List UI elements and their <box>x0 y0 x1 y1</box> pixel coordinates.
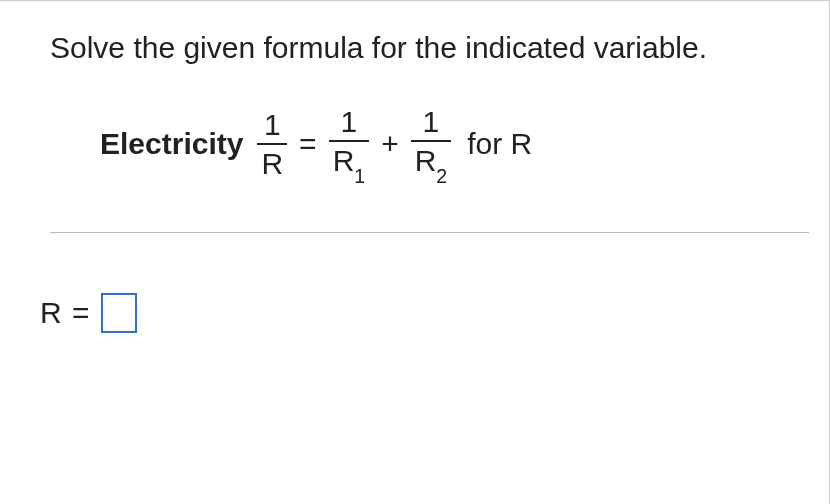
answer-variable: R <box>40 296 63 329</box>
fraction-term1: 1 R1 <box>329 105 370 182</box>
term2-numerator: 1 <box>419 105 444 138</box>
answer-equals: = <box>72 296 91 329</box>
term2-denominator: R2 <box>411 144 452 182</box>
lhs-denominator: R <box>257 147 287 180</box>
term1-den-sub: 1 <box>354 165 365 187</box>
answer-input[interactable] <box>101 293 137 333</box>
fraction-lhs: 1 R <box>257 108 287 180</box>
formula-label: Electricity <box>100 127 243 161</box>
fraction-bar <box>411 140 452 142</box>
fraction-term2: 1 R2 <box>411 105 452 182</box>
fraction-bar <box>329 140 370 142</box>
term1-den-base: R <box>333 144 355 177</box>
lhs-numerator: 1 <box>260 108 285 141</box>
term2-den-base: R <box>415 144 437 177</box>
term1-denominator: R1 <box>329 144 370 182</box>
term1-numerator: 1 <box>337 105 362 138</box>
term2-den-sub: 2 <box>436 165 447 187</box>
section-divider <box>50 232 809 233</box>
answer-row: R = <box>40 293 809 333</box>
equals-sign: = <box>299 127 317 161</box>
fraction-bar <box>257 143 287 145</box>
problem-page: Solve the given formula for the indicate… <box>0 0 830 504</box>
plus-sign: + <box>381 127 399 161</box>
formula-display: Electricity 1 R = 1 R1 + 1 R2 for R <box>100 105 809 182</box>
solve-for-text: for R <box>467 127 532 161</box>
answer-prefix: R = <box>40 296 91 330</box>
instruction-text: Solve the given formula for the indicate… <box>50 31 809 65</box>
